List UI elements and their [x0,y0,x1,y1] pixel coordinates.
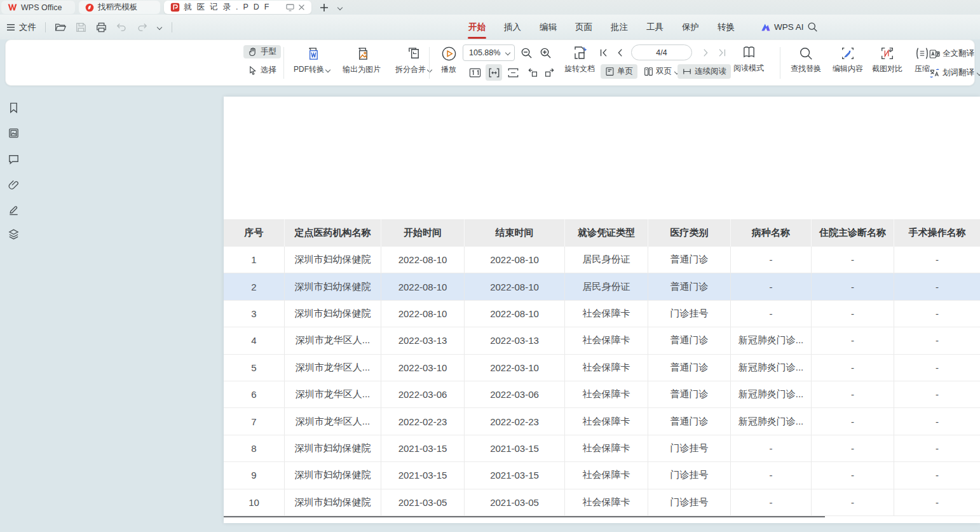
table-cell: - [812,462,894,488]
table-cell: 2021-03-05 [381,489,465,515]
table-header-cell: 手术操作名称 [894,219,980,247]
continuous-reading-button[interactable]: 连续阅读 [677,64,731,79]
first-page-button[interactable] [595,44,612,61]
read-mode-button[interactable]: 阅读模式 [730,44,767,74]
open-file-icon[interactable] [55,22,66,32]
next-page-button[interactable] [697,44,714,61]
table-cell: 社会保障卡 [565,381,648,407]
save-icon[interactable] [76,22,86,32]
table-cell: 新冠肺炎门诊... [731,355,812,381]
page-indicator-input[interactable]: 4/4 [631,44,692,60]
table-cell: 新冠肺炎门诊... [731,408,812,434]
comment-panel-icon[interactable] [8,153,20,166]
bookmark-panel-icon[interactable] [8,102,20,114]
attachment-panel-icon[interactable] [8,179,20,191]
first-page-icon [599,48,609,58]
rotate-left-icon [526,67,538,78]
tab-list-chevron-icon[interactable] [337,5,343,10]
table-row: 2深圳市妇幼保健院2022-08-102022-08-10居民身份证普通门诊--… [224,273,980,300]
fit-width-button[interactable] [486,64,502,81]
last-page-icon [717,48,727,58]
table-cell: 深圳市龙华区人... [285,355,381,381]
divider [283,47,284,79]
export-image-button[interactable]: 输出为图片 [336,46,387,75]
split-merge-button[interactable]: 拆分合并 [390,46,438,75]
menu-item[interactable]: 页面 [575,22,592,33]
continuous-reading-label: 连续阅读 [695,66,726,77]
select-tool-button[interactable]: 选择 [243,64,281,77]
table-cell: 2022-03-10 [381,355,465,381]
pdf-convert-button[interactable]: PDF转换 [289,46,335,75]
annotate-panel-icon[interactable] [8,203,20,216]
play-button[interactable]: 播放 [435,46,462,75]
table-cell: - [812,327,894,353]
full-text-translate-button[interactable]: 全文翻译 [925,46,979,61]
table-cell: 普通门诊 [648,355,731,381]
previous-page-button[interactable] [612,44,629,61]
single-page-button[interactable]: 单页 [601,64,637,79]
actual-size-button[interactable] [466,64,483,81]
table-cell: 2021-03-15 [381,462,465,488]
menu-item[interactable]: 转换 [718,22,735,33]
zoom-value: 105.88% [469,48,500,57]
menu-item[interactable]: 开始 [468,22,486,33]
table-cell: 2022-02-23 [465,408,565,434]
monitor-icon[interactable] [286,4,294,11]
table-cell: 门诊挂号 [648,301,731,327]
global-search-button[interactable] [807,22,818,32]
thumbnail-panel-icon[interactable] [8,127,20,140]
table-cell: - [894,273,980,299]
menu-item[interactable]: 编辑 [540,22,557,33]
rotate-left-button[interactable] [524,64,540,81]
menu-item[interactable]: 保护 [682,22,699,33]
find-replace-icon [798,46,813,61]
table-cell: 深圳市龙华区人... [285,381,381,407]
zoom-in-button[interactable] [537,44,554,61]
play-icon [441,46,457,62]
menu-item[interactable]: 批注 [611,22,628,33]
edit-content-button[interactable]: 编辑内容 [828,46,868,74]
last-page-button[interactable] [714,44,730,61]
quickbar-chevron-icon[interactable] [157,25,162,30]
table-cell: 社会保障卡 [565,355,648,381]
table-cell: 普通门诊 [648,327,731,353]
pdf-convert-chevron-icon [325,67,330,72]
continuous-reading-icon [682,67,692,76]
print-icon[interactable] [96,22,107,32]
table-row: 9深圳市妇幼保健院2021-03-152021-03-15社会保障卡门诊挂号--… [224,462,980,489]
menu-item[interactable]: 插入 [504,22,521,33]
docer-icon [85,3,94,12]
table-row: 7深圳市龙华区人...2022-02-232022-02-23社会保障卡普通门诊… [224,408,980,435]
screenshot-compare-button[interactable]: 截图对比 [868,46,907,74]
rotate-right-button[interactable] [541,64,558,81]
new-tab-icon[interactable] [320,3,329,12]
table-cell: 8 [224,435,285,461]
table-cell: 深圳市妇幼保健院 [285,462,381,488]
file-menu-button[interactable]: 文件 [6,22,36,33]
table-cell: 2022-08-10 [465,273,565,299]
undo-icon[interactable] [116,22,127,32]
table-cell: 居民身份证 [565,247,648,273]
table-cell: 社会保障卡 [565,462,648,488]
table-cell: 10 [224,489,285,515]
table-row: 6深圳市龙华区人...2022-03-062022-03-06社会保障卡普通门诊… [224,381,980,408]
zoom-out-button[interactable] [518,44,534,61]
zoom-level-select[interactable]: 105.88% [463,44,515,61]
hand-tool-button[interactable]: 手型 [243,45,281,58]
fit-page-button[interactable] [505,64,521,81]
find-replace-button[interactable]: 查找替换 [786,46,826,74]
tab-wps-office[interactable]: WPS Office [1,1,75,14]
split-merge-chevron-icon [427,67,432,72]
tab-docer-templates[interactable]: 找稻壳模板 [79,1,160,14]
rotate-document-button[interactable]: 旋转文档 [560,44,599,74]
redo-icon[interactable] [137,22,147,32]
word-translate-label: 划词翻译 [943,67,974,78]
single-page-label: 单页 [617,66,633,77]
word-translate-button[interactable]: 划词翻译 [925,65,980,80]
table-cell: 2022-03-06 [465,381,565,407]
menu-item[interactable]: 工具 [646,22,664,33]
wps-ai-button[interactable]: WPS AI [760,22,804,32]
layers-panel-icon[interactable] [8,228,20,241]
close-tab-icon[interactable] [298,4,305,11]
tab-document-active[interactable]: 就医记录.PDF [164,1,311,14]
